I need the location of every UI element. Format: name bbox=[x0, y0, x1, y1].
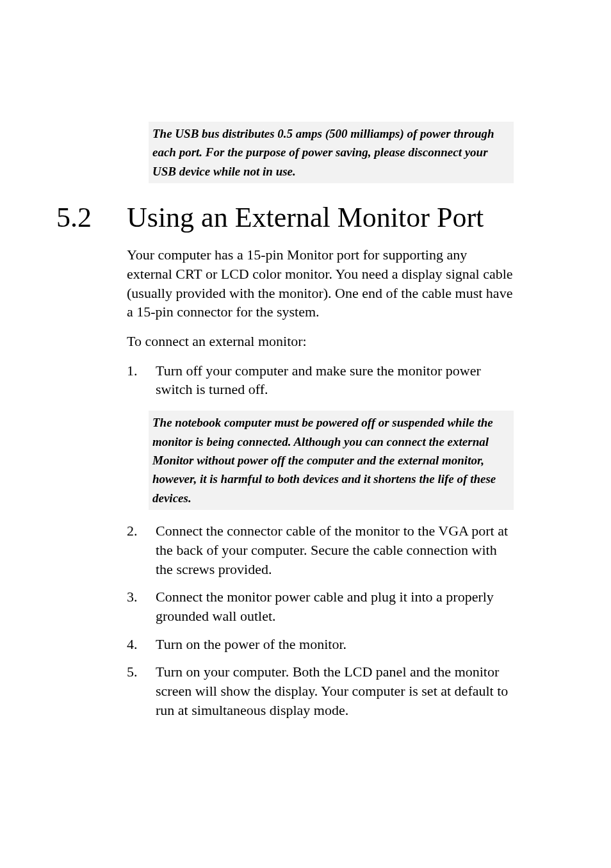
step-number: 4. bbox=[127, 635, 156, 654]
intro-block: Your computer has a 15-pin Monitor port … bbox=[127, 245, 514, 350]
step-text: Turn off your computer and make sure the… bbox=[156, 361, 514, 399]
page: The USB bus distributes 0.5 amps (500 mi… bbox=[0, 0, 611, 868]
intro-paragraph-2: To connect an external monitor: bbox=[127, 332, 514, 351]
list-item: 3. Connect the monitor power cable and p… bbox=[127, 587, 514, 625]
intro-paragraph-1: Your computer has a 15-pin Monitor port … bbox=[127, 245, 514, 322]
steps-list-1: 1. Turn off your computer and make sure … bbox=[127, 361, 514, 399]
section-heading: 5.2 Using an External Monitor Port bbox=[0, 201, 611, 234]
step-text: Turn on the power of the monitor. bbox=[156, 635, 514, 654]
step-text: Turn on your computer. Both the LCD pane… bbox=[156, 662, 514, 719]
step-number: 5. bbox=[127, 662, 156, 719]
step-text: Connect the connector cable of the monit… bbox=[156, 521, 514, 578]
section-title: Using an External Monitor Port bbox=[127, 201, 484, 234]
step-text: Connect the monitor power cable and plug… bbox=[156, 587, 514, 625]
list-item: 2. Connect the connector cable of the mo… bbox=[127, 521, 514, 578]
steps-list-2: 2. Connect the connector cable of the mo… bbox=[127, 521, 514, 719]
step-number: 3. bbox=[127, 587, 156, 625]
usb-power-callout: The USB bus distributes 0.5 amps (500 mi… bbox=[149, 122, 514, 183]
step-number: 2. bbox=[127, 521, 156, 578]
callout-text: The USB bus distributes 0.5 amps (500 mi… bbox=[152, 127, 494, 178]
callout-text: The notebook computer must be powered of… bbox=[152, 416, 496, 505]
step-number: 1. bbox=[127, 361, 156, 399]
list-item: 4. Turn on the power of the monitor. bbox=[127, 635, 514, 654]
section-number: 5.2 bbox=[56, 201, 127, 234]
list-item: 5. Turn on your computer. Both the LCD p… bbox=[127, 662, 514, 719]
power-off-callout: The notebook computer must be powered of… bbox=[149, 411, 514, 510]
list-item: 1. Turn off your computer and make sure … bbox=[127, 361, 514, 399]
